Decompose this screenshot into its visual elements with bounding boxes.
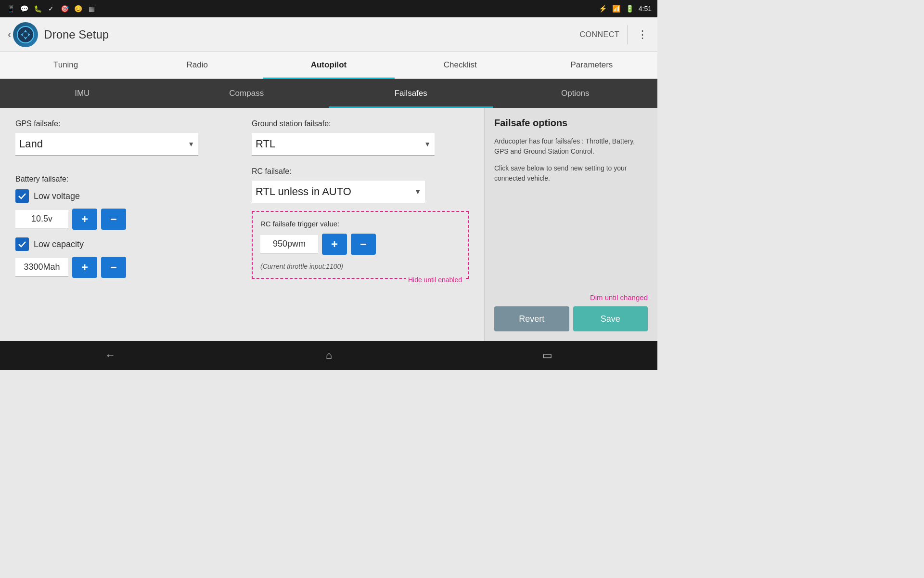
ground-station-failsafe-select[interactable]: RTL ▼ — [252, 133, 435, 156]
rc-failsafe-arrow-icon: ▼ — [414, 188, 421, 196]
rc-trigger-plus-button[interactable]: + — [322, 234, 347, 255]
subnav-compass[interactable]: Compass — [165, 79, 329, 108]
gps-failsafe-label: GPS failsafe: — [15, 119, 232, 128]
ground-station-failsafe-label: Ground station failsafe: — [252, 119, 469, 128]
status-bar-left: 📱 💬 🐛 ✓ 🎯 😊 ▦ — [6, 4, 96, 13]
home-nav-button[interactable]: ⌂ — [307, 345, 351, 366]
status-bar: 📱 💬 🐛 ✓ 🎯 😊 ▦ ⚡ 📶 🔋 4:51 — [0, 0, 657, 17]
low-voltage-minus-button[interactable]: − — [101, 209, 126, 230]
gps-failsafe-value: Land — [19, 138, 43, 150]
rc-trigger-minus-button[interactable]: − — [351, 234, 376, 255]
tab-tuning[interactable]: Tuning — [0, 52, 131, 78]
subnav-failsafes[interactable]: Failsafes — [329, 79, 493, 108]
ground-station-arrow-icon: ▼ — [424, 140, 431, 148]
phone-icon: 📱 — [6, 4, 15, 13]
ground-station-failsafe-value: RTL — [256, 138, 275, 150]
header-divider — [627, 25, 628, 44]
face-icon: 😊 — [73, 4, 83, 13]
low-capacity-minus-button[interactable]: − — [101, 257, 126, 278]
sub-nav: IMU Compass Failsafes Options — [0, 79, 657, 108]
info-panel: Failsafe options Arducopter has four fai… — [484, 108, 657, 341]
recent-nav-button[interactable]: ▭ — [523, 345, 572, 366]
info-panel-text-1: Arducopter has four failsafes : Throttle… — [494, 136, 648, 157]
low-voltage-plus-button[interactable]: + — [72, 209, 97, 230]
save-button[interactable]: Save — [573, 306, 648, 331]
back-arrow-icon[interactable]: ‹ — [8, 28, 11, 41]
info-panel-text-2: Click save below to send new setting to … — [494, 163, 648, 184]
low-voltage-stepper-row: + − — [15, 209, 232, 230]
target-icon: 🎯 — [60, 4, 69, 13]
bottom-failsafe-row: Battery failsafe: Low voltage + − — [15, 167, 469, 286]
top-nav: Tuning Radio Autopilot Checklist Paramet… — [0, 52, 657, 79]
barcode-icon: ▦ — [87, 4, 96, 13]
battery-icon: 🔋 — [625, 4, 635, 13]
current-throttle-text: (Current throttle input:1100) — [260, 263, 460, 270]
low-capacity-label: Low capacity — [34, 239, 84, 250]
app-header: ‹ Drone Setup CONNECT ⋮ — [0, 17, 657, 52]
back-nav-button[interactable]: ← — [86, 345, 135, 366]
status-bar-right: ⚡ 📶 🔋 4:51 — [598, 4, 652, 13]
hide-until-enabled-label: Hide until enabled — [406, 276, 464, 284]
rc-failsafe-select[interactable]: RTL unless in AUTO ▼ — [252, 181, 425, 203]
action-buttons: Revert Save — [494, 306, 648, 331]
rc-failsafe-label: RC failsafe: — [252, 167, 469, 176]
battery-failsafe-group: Battery failsafe: Low voltage + − — [15, 175, 232, 286]
chat-icon: 💬 — [19, 4, 29, 13]
low-voltage-input[interactable] — [15, 210, 68, 228]
app-logo — [13, 22, 38, 47]
low-capacity-plus-button[interactable]: + — [72, 257, 97, 278]
time-display: 4:51 — [639, 5, 652, 13]
low-voltage-checkbox-row: Low voltage — [15, 189, 232, 203]
bug-icon: 🐛 — [33, 4, 42, 13]
low-capacity-checkbox[interactable] — [15, 237, 29, 251]
subnav-options[interactable]: Options — [493, 79, 658, 108]
low-capacity-input[interactable] — [15, 258, 68, 276]
ground-station-failsafe-group: Ground station failsafe: RTL ▼ — [252, 119, 469, 156]
gps-failsafe-group: GPS failsafe: Land ▼ — [15, 119, 232, 156]
gps-failsafe-arrow-icon: ▼ — [188, 140, 194, 148]
info-panel-spacer — [494, 190, 648, 293]
info-panel-title: Failsafe options — [494, 118, 648, 129]
app-title: Drone Setup — [44, 28, 579, 41]
rc-trigger-stepper-row: + − — [260, 234, 460, 255]
main-content: GPS failsafe: Land ▼ Ground station fail… — [0, 108, 657, 341]
tab-checklist[interactable]: Checklist — [395, 52, 526, 78]
rc-failsafe-trigger-box: RC failsafe trigger value: + − (Current … — [252, 211, 469, 279]
svg-point-0 — [17, 26, 34, 43]
tab-parameters[interactable]: Parameters — [526, 52, 657, 78]
low-voltage-checkbox[interactable] — [15, 189, 29, 203]
subnav-imu[interactable]: IMU — [0, 79, 165, 108]
low-capacity-stepper-row: + − — [15, 257, 232, 278]
rc-trigger-label: RC failsafe trigger value: — [260, 220, 460, 228]
rc-failsafe-value: RTL unless in AUTO — [256, 185, 351, 198]
rc-trigger-input[interactable] — [260, 235, 318, 253]
gps-failsafe-select[interactable]: Land ▼ — [15, 133, 198, 156]
check-icon: ✓ — [46, 4, 56, 13]
battery-failsafe-label: Battery failsafe: — [15, 175, 232, 184]
rc-failsafe-group: RC failsafe: RTL unless in AUTO ▼ RC fai… — [252, 167, 469, 279]
top-failsafe-row: GPS failsafe: Land ▼ Ground station fail… — [15, 119, 469, 156]
low-capacity-checkbox-row: Low capacity — [15, 237, 232, 251]
bluetooth-icon: ⚡ — [598, 4, 608, 13]
bottom-nav: ← ⌂ ▭ — [0, 341, 657, 370]
revert-button[interactable]: Revert — [494, 306, 569, 331]
menu-dots-icon[interactable]: ⋮ — [635, 26, 650, 43]
tab-radio[interactable]: Radio — [131, 52, 263, 78]
low-voltage-label: Low voltage — [34, 191, 80, 201]
connect-button[interactable]: CONNECT — [579, 30, 619, 39]
dim-until-changed-label: Dim until changed — [494, 293, 648, 302]
wifi-icon: 📶 — [612, 4, 621, 13]
config-panel: GPS failsafe: Land ▼ Ground station fail… — [0, 108, 484, 341]
tab-autopilot[interactable]: Autopilot — [263, 52, 394, 78]
